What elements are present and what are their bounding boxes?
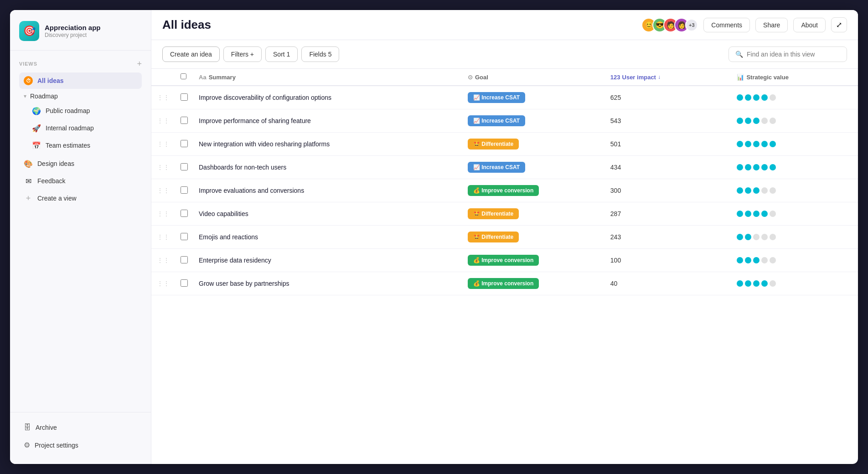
row-check <box>175 202 193 226</box>
sidebar-item-all-ideas[interactable]: ⏱ All ideas <box>19 72 142 89</box>
sidebar: 🎯 Appreciation app Discovery project VIE… <box>10 10 151 464</box>
row-summary[interactable]: Grow user base by partnerships <box>193 272 462 295</box>
expand-button[interactable]: ⤢ <box>831 17 847 32</box>
th-summary[interactable]: Aa Summary <box>193 69 462 86</box>
drag-handle[interactable]: ⋮⋮ <box>151 133 175 156</box>
search-box: 🔍 <box>728 46 847 62</box>
th-goal[interactable]: ⊙ Goal <box>462 69 605 86</box>
dot-filled <box>737 234 743 240</box>
drag-handle[interactable]: ⋮⋮ <box>151 179 175 202</box>
sidebar-item-create-view[interactable]: + Create a view <box>19 190 142 206</box>
drag-handle[interactable]: ⋮⋮ <box>151 109 175 133</box>
sidebar-item-feedback[interactable]: ✉ Feedback <box>19 173 142 189</box>
row-checkbox[interactable] <box>181 233 188 240</box>
row-impact: 434 <box>605 156 732 179</box>
drag-handle[interactable]: ⋮⋮ <box>151 202 175 226</box>
strategic-dots <box>737 280 852 287</box>
dot-filled <box>753 187 760 194</box>
row-goal[interactable]: 🤩 Differentiate <box>462 226 605 249</box>
dot-empty <box>761 118 768 124</box>
sort-button[interactable]: Sort 1 <box>265 46 298 62</box>
row-goal[interactable]: 🤩 Differentiate <box>462 133 605 156</box>
filters-button[interactable]: Filters + <box>223 46 262 62</box>
row-checkbox[interactable] <box>181 256 188 263</box>
impact-value: 625 <box>610 94 621 101</box>
select-all-checkbox[interactable] <box>181 73 186 79</box>
dot-filled <box>737 118 743 124</box>
row-checkbox[interactable] <box>181 279 188 287</box>
idea-title: Improve evaluations and conversions <box>199 187 304 194</box>
dot-empty <box>770 280 776 287</box>
sidebar-bottom-label: Project settings <box>35 442 78 449</box>
row-summary[interactable]: Video capabilities <box>193 202 462 226</box>
row-goal[interactable]: 💰 Improve conversion <box>462 249 605 272</box>
row-checkbox[interactable] <box>181 186 188 194</box>
row-check <box>175 249 193 272</box>
comments-button[interactable]: Comments <box>703 18 750 32</box>
row-checkbox[interactable] <box>181 93 188 101</box>
idea-title: Improve discoverability of configuration… <box>199 94 331 101</box>
drag-handle[interactable]: ⋮⋮ <box>151 272 175 295</box>
search-input[interactable] <box>747 51 838 58</box>
sidebar-item-team-estimates[interactable]: 📅 Team estimates <box>27 137 142 154</box>
sidebar-add-view-button[interactable]: + <box>137 60 142 68</box>
row-checkbox[interactable] <box>181 117 188 124</box>
sidebar-group-roadmap-header[interactable]: ▾ Roadmap <box>19 90 142 103</box>
idea-title: Video capabilities <box>199 210 248 217</box>
about-button[interactable]: About <box>793 18 826 32</box>
row-summary[interactable]: Improve discoverability of configuration… <box>193 86 462 109</box>
dot-empty <box>770 187 776 194</box>
sidebar-item-internal-roadmap[interactable]: 🚀 Internal roadmap <box>27 120 142 136</box>
row-check <box>175 272 193 295</box>
row-summary[interactable]: Improve evaluations and conversions <box>193 179 462 202</box>
drag-handle-icon: ⋮⋮ <box>157 257 170 264</box>
row-check <box>175 226 193 249</box>
sidebar-item-public-roadmap[interactable]: 🌍 Public roadmap <box>27 103 142 119</box>
team-estimates-icon: 📅 <box>32 141 41 150</box>
drag-handle[interactable]: ⋮⋮ <box>151 156 175 179</box>
row-summary[interactable]: Dashboards for non-tech users <box>193 156 462 179</box>
impact-value: 300 <box>610 187 621 194</box>
dot-empty <box>770 257 776 263</box>
row-checkbox[interactable] <box>181 163 188 170</box>
impact-value: 543 <box>610 117 621 124</box>
summary-type-icon: Aa <box>199 74 207 81</box>
dot-filled <box>753 94 760 101</box>
create-idea-button[interactable]: Create an idea <box>162 46 220 62</box>
drag-handle[interactable]: ⋮⋮ <box>151 226 175 249</box>
row-checkbox[interactable] <box>181 140 188 147</box>
settings-icon: ⚙ <box>24 441 30 449</box>
share-button[interactable]: Share <box>755 18 788 32</box>
row-strategic <box>731 272 858 295</box>
sidebar-bottom-label: Archive <box>36 424 57 431</box>
drag-handle[interactable]: ⋮⋮ <box>151 86 175 109</box>
dot-empty <box>761 257 768 263</box>
row-goal[interactable]: 📈 Increase CSAT <box>462 109 605 133</box>
goal-badge: 💰 Improve conversion <box>468 278 539 289</box>
row-strategic <box>731 179 858 202</box>
row-summary[interactable]: Emojis and reactions <box>193 226 462 249</box>
drag-handle[interactable]: ⋮⋮ <box>151 249 175 272</box>
th-strategic[interactable]: 📊 Strategic value <box>731 69 858 86</box>
row-summary[interactable]: New integration with video resharing pla… <box>193 133 462 156</box>
sidebar-item-design-ideas[interactable]: 🎨 Design ideas <box>19 155 142 172</box>
sidebar-group-roadmap: ▾ Roadmap 🌍 Public roadmap 🚀 Internal ro… <box>19 90 142 154</box>
dot-filled <box>761 141 768 147</box>
row-goal[interactable]: 💰 Improve conversion <box>462 272 605 295</box>
row-goal[interactable]: 🤩 Differentiate <box>462 202 605 226</box>
idea-title: Dashboards for non-tech users <box>199 164 286 171</box>
row-goal[interactable]: 📈 Increase CSAT <box>462 156 605 179</box>
row-summary[interactable]: Enterprise data residency <box>193 249 462 272</box>
fields-button[interactable]: Fields 5 <box>301 46 339 62</box>
strategic-dots <box>737 94 852 101</box>
row-goal[interactable]: 💰 Improve conversion <box>462 179 605 202</box>
idea-title: New integration with video resharing pla… <box>199 140 330 148</box>
sidebar-item-project-settings[interactable]: ⚙ Project settings <box>19 437 142 453</box>
row-summary[interactable]: Improve performance of sharing feature <box>193 109 462 133</box>
sidebar-item-archive[interactable]: 🗄 Archive <box>19 420 142 435</box>
row-goal[interactable]: 📈 Increase CSAT <box>462 86 605 109</box>
impact-value: 501 <box>610 140 621 148</box>
main-header: All ideas 😊 😎 🧑 👩 +3 Comments Share Abou… <box>151 10 858 40</box>
th-impact[interactable]: 123 User impact ↓ <box>605 69 732 86</box>
row-checkbox[interactable] <box>181 210 188 217</box>
